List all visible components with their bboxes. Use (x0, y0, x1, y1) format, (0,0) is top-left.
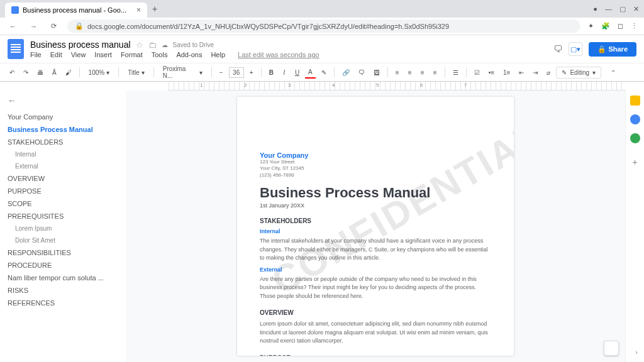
close-tab-icon[interactable]: × (136, 6, 141, 14)
outline-item[interactable]: Dolor Sit Amet (8, 234, 118, 246)
menu-addons[interactable]: Add-ons (176, 51, 202, 58)
underline-icon[interactable]: U (292, 67, 303, 78)
docs-header: Business process manual ☆ 🗀 ☁ Saved to D… (0, 35, 644, 63)
menu-help[interactable]: Help (211, 51, 225, 58)
outline-item[interactable]: Nam liber tempor cum soluta ... (8, 272, 118, 284)
menu-edit[interactable]: Edit (50, 51, 62, 58)
close-window-icon[interactable]: ✕ (633, 5, 639, 13)
align-left-icon[interactable]: ≡ (392, 67, 402, 78)
pencil-icon: ✎ (562, 69, 567, 76)
back-icon[interactable]: ← (6, 21, 19, 32)
toolbar: ↶ ↷ 🖶 Ă 🖌 100% ▾ Title ▾ Proxima N... ▾ … (0, 63, 644, 82)
browser-url-bar: ← → ⟳ 🔒 docs.google.com/document/d/12YzA… (0, 18, 644, 35)
image-icon[interactable]: 🖼 (370, 67, 383, 78)
profile-icon[interactable]: ◻ (618, 22, 623, 30)
undo-icon[interactable]: ↶ (6, 67, 18, 78)
font-size-input[interactable]: 36 (229, 67, 244, 78)
maximize-icon[interactable]: ▢ (619, 5, 626, 13)
add-addon-icon[interactable]: + (632, 157, 637, 167)
clear-format-icon[interactable]: ⌀ (543, 67, 553, 78)
menu-tools[interactable]: Tools (152, 51, 168, 58)
checklist-icon[interactable]: ☑ (471, 67, 483, 78)
outline-item[interactable]: SCOPE (8, 197, 118, 210)
extension-icon[interactable]: ✦ (588, 22, 594, 30)
zoom-select[interactable]: 100% ▾ (84, 67, 114, 78)
present-button[interactable]: ▢▾ (569, 42, 582, 56)
star-icon[interactable]: ☆ (136, 40, 143, 50)
indent-dec-icon[interactable]: ⇤ (516, 67, 527, 78)
print-icon[interactable]: 🖶 (34, 67, 47, 78)
menu-file[interactable]: File (30, 51, 42, 58)
document-page[interactable]: CONFIDENTIAL Your Company 123 Your Stree… (237, 97, 514, 356)
tasks-icon[interactable] (630, 114, 640, 124)
outline-item[interactable]: OVERVIEW (8, 172, 118, 185)
line-spacing-icon[interactable]: ☰ (450, 67, 462, 78)
minimize-icon[interactable]: ― (605, 5, 612, 13)
share-button[interactable]: 🔒 Share (589, 42, 636, 57)
extensions-menu-icon[interactable]: 🧩 (601, 22, 610, 30)
outline-item[interactable]: PURPOSE (8, 185, 118, 197)
paint-format-icon[interactable]: 🖌 (62, 67, 75, 78)
outline-item[interactable]: STAKEHOLDERS (8, 136, 118, 148)
menu-format[interactable]: Format (121, 51, 143, 58)
indent-inc-icon[interactable]: ⇥ (530, 67, 541, 78)
side-panel: + (625, 90, 644, 362)
move-icon[interactable]: 🗀 (148, 40, 157, 50)
outline-item[interactable]: Lorem Ipsum (8, 222, 118, 234)
ruler[interactable]: 1 2 3 4 5 6 7 (169, 82, 625, 90)
font-select[interactable]: Proxima N... ▾ (158, 63, 207, 81)
explore-button[interactable] (604, 341, 619, 356)
align-right-icon[interactable]: ≡ (418, 67, 428, 78)
outline-item[interactable]: PROCEDURE (8, 259, 118, 272)
comment-history-icon[interactable]: 🗨 (553, 44, 562, 54)
browser-tab-strip: Business process manual - Goo... × + ● ―… (0, 0, 644, 18)
menu-dots-icon[interactable]: ⋮ (631, 22, 638, 30)
menu-bar: File Edit View Insert Format Tools Add-o… (30, 51, 319, 58)
heading-overview: OVERVIEW (260, 309, 491, 316)
url-text: docs.google.com/document/d/12YzA_1v_NHUj… (87, 23, 449, 30)
keep-icon[interactable] (630, 96, 640, 106)
text-color-icon[interactable]: A (305, 67, 316, 79)
doc-title[interactable]: Business process manual (30, 40, 131, 50)
forward-icon[interactable]: → (27, 21, 40, 32)
docs-logo-icon[interactable] (8, 39, 24, 59)
outline-back-icon[interactable]: ← (8, 96, 118, 106)
number-list-icon[interactable]: 1≡ (500, 67, 513, 78)
company-address: 123 Your Street Your City, ST 12345 (123… (260, 159, 491, 178)
font-size-dec[interactable]: − (216, 67, 226, 78)
highlight-icon[interactable]: ✎ (318, 67, 330, 78)
url-field[interactable]: 🔒 docs.google.com/document/d/12YzA_1v_NH… (67, 19, 580, 33)
outline-item[interactable]: REFERENCES (8, 297, 118, 309)
italic-icon[interactable]: I (279, 67, 289, 78)
outline-item[interactable]: Internal (8, 148, 118, 160)
menu-insert[interactable]: Insert (94, 51, 112, 58)
comment-icon[interactable]: 🗨 (355, 67, 368, 78)
bullet-list-icon[interactable]: •≡ (486, 67, 497, 78)
menu-view[interactable]: View (71, 51, 86, 58)
spellcheck-icon[interactable]: Ă (49, 67, 60, 78)
scroll-right-icon[interactable]: › (635, 348, 638, 356)
align-center-icon[interactable]: ≡ (405, 67, 415, 78)
bold-icon[interactable]: B (266, 67, 277, 78)
font-size-inc[interactable]: + (247, 67, 257, 78)
record-icon[interactable]: ● (593, 5, 597, 13)
outline-item[interactable]: RESPONSIBILITIES (8, 246, 118, 259)
link-icon[interactable]: 🔗 (339, 67, 353, 78)
new-tab-button[interactable]: + (152, 4, 157, 14)
browser-tab[interactable]: Business process manual - Goo... × (5, 3, 147, 18)
saved-label: Saved to Drive (173, 41, 214, 48)
collapse-toolbar-icon[interactable]: ⌃ (608, 67, 619, 78)
outline-item[interactable]: Business Process Manual (8, 123, 118, 136)
redo-icon[interactable]: ↷ (20, 67, 31, 78)
outline-item[interactable]: Your Company (8, 111, 118, 123)
last-edit-label[interactable]: Last edit was seconds ago (238, 51, 319, 58)
align-justify-icon[interactable]: ≡ (430, 67, 440, 78)
mode-select[interactable]: ✎ Editing ▾ (556, 67, 601, 79)
style-select[interactable]: Title ▾ (123, 67, 149, 78)
reload-icon[interactable]: ⟳ (48, 20, 60, 32)
cloud-saved-icon: ☁ (162, 41, 168, 48)
contacts-icon[interactable] (630, 133, 640, 143)
outline-item[interactable]: External (8, 160, 118, 172)
outline-item[interactable]: PREREQUISITES (8, 210, 118, 222)
outline-item[interactable]: RISKS (8, 284, 118, 297)
